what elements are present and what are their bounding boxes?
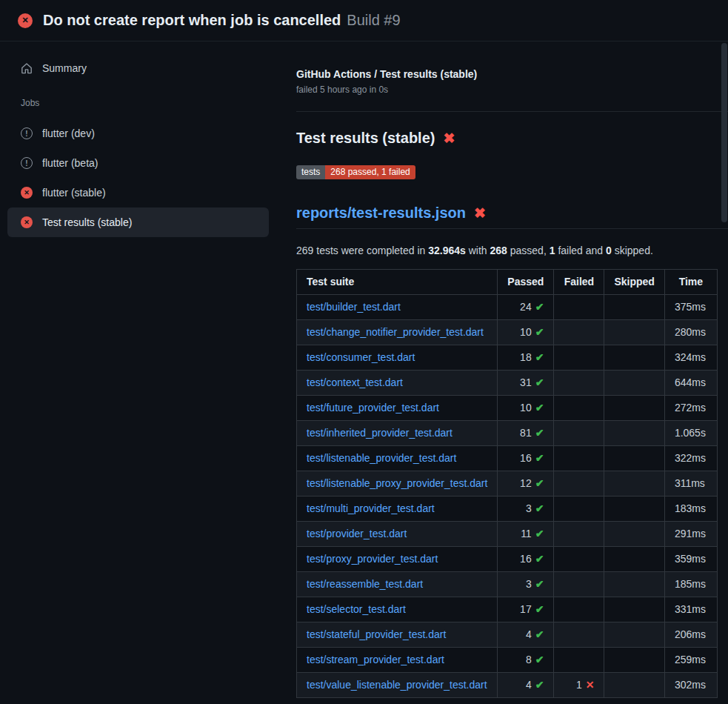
test-suite-link[interactable]: test/listenable_provider_test.dart: [307, 452, 456, 464]
count-value: 31: [520, 376, 532, 388]
count-value: 16: [520, 553, 532, 565]
test-suite-cell: test/multi_provider_test.dart: [297, 497, 498, 522]
jobs-list: ! flutter (dev) ! flutter (beta) ✕ flutt…: [0, 119, 278, 237]
vertical-scrollbar[interactable]: [721, 43, 727, 222]
sidebar: Summary Jobs ! flutter (dev) ! flutter (…: [0, 41, 278, 703]
check-icon: ✔: [535, 553, 544, 565]
skipped-cell: [604, 396, 664, 421]
check-icon: ✔: [535, 301, 544, 313]
test-suite-link[interactable]: test/reassemble_test.dart: [307, 578, 423, 590]
run-title: Do not create report when job is cancell…: [43, 12, 341, 29]
count-value: 4: [526, 679, 532, 691]
time-cell: 185ms: [664, 572, 717, 597]
failed-cell: [554, 320, 604, 345]
passed-cell: 16✔: [498, 446, 554, 471]
failed-cell: [554, 396, 604, 421]
x-circle-icon: ✕: [21, 216, 33, 228]
summary-text: passed,: [507, 245, 550, 256]
failed-cell: [554, 446, 604, 471]
sidebar-item-flutter-dev[interactable]: ! flutter (dev): [7, 119, 269, 148]
skipped-cell: [604, 622, 664, 648]
test-suite-cell: test/proxy_provider_test.dart: [297, 547, 498, 572]
test-suite-link[interactable]: test/builder_test.dart: [307, 301, 401, 313]
test-suite-link[interactable]: test/listenable_proxy_provider_test.dart: [307, 477, 487, 489]
test-suite-link[interactable]: test/multi_provider_test.dart: [307, 502, 435, 514]
tests-badge: tests 268 passed, 1 failed: [296, 165, 415, 179]
time-cell: 331ms: [664, 597, 717, 622]
count-value: 24: [520, 301, 532, 313]
table-header-row: Test suite Passed Failed Skipped Time: [297, 270, 718, 295]
run-header: GitHub Actions / Test results (stable) f…: [296, 68, 728, 112]
skipped-cell: [604, 421, 664, 446]
summary-line: 269 tests were completed in 32.964s with…: [296, 245, 728, 256]
count-value: 16: [520, 452, 532, 464]
sidebar-item-summary[interactable]: Summary: [7, 55, 269, 82]
count-value: 1: [576, 679, 582, 691]
job-item-label: flutter (stable): [42, 187, 106, 199]
summary-passed-count: 268: [490, 245, 507, 256]
passed-cell: 3✔: [498, 572, 554, 597]
table-row: test/context_test.dart 31✔ 644ms: [297, 371, 718, 396]
test-suite-link[interactable]: test/proxy_provider_test.dart: [307, 553, 438, 565]
test-suite-link[interactable]: test/selector_test.dart: [307, 603, 406, 615]
table-row: test/consumer_test.dart 18✔ 324ms: [297, 345, 718, 371]
test-suite-link[interactable]: test/context_test.dart: [307, 376, 403, 388]
report-link[interactable]: reports/test-results.json: [296, 205, 466, 222]
test-suite-link[interactable]: test/consumer_test.dart: [307, 351, 415, 363]
check-icon: ✔: [535, 502, 544, 514]
table-row: test/value_listenable_provider_test.dart…: [297, 673, 718, 698]
sidebar-item-flutter-beta[interactable]: ! flutter (beta): [7, 148, 269, 178]
test-suite-link[interactable]: test/change_notifier_provider_test.dart: [307, 326, 484, 338]
passed-cell: 17✔: [498, 597, 554, 622]
count-value: 18: [520, 351, 532, 363]
test-suite-link[interactable]: test/future_provider_test.dart: [307, 402, 439, 414]
check-icon: ✔: [535, 427, 544, 439]
x-circle-icon: ✕: [18, 13, 33, 28]
table-row: test/stream_provider_test.dart 8✔ 259ms: [297, 648, 718, 673]
run-meta: failed 5 hours ago in 0s: [296, 84, 728, 95]
count-value: 3: [526, 502, 532, 514]
check-icon: ✔: [535, 477, 544, 489]
test-suite-link[interactable]: test/provider_test.dart: [307, 528, 407, 539]
test-suite-link[interactable]: test/stream_provider_test.dart: [307, 654, 444, 665]
count-value: 10: [520, 326, 532, 338]
skipped-cell: [604, 446, 664, 471]
summary-failed-count: 1: [550, 245, 555, 256]
skipped-cell: [604, 320, 664, 345]
count-value: 17: [520, 603, 532, 615]
skipped-cell: [604, 497, 664, 522]
check-icon: ✔: [535, 402, 544, 414]
count-value: 4: [526, 628, 532, 640]
count-value: 8: [526, 654, 532, 665]
table-row: test/listenable_provider_test.dart 16✔ 3…: [297, 446, 718, 471]
time-cell: 644ms: [664, 371, 717, 396]
failed-cell: [554, 345, 604, 371]
table-row: test/reassemble_test.dart 3✔ 185ms: [297, 572, 718, 597]
failed-cell: [554, 648, 604, 673]
check-icon: ✔: [535, 654, 544, 665]
count-value: 12: [520, 477, 532, 489]
table-row: test/stateful_provider_test.dart 4✔ 206m…: [297, 622, 718, 648]
sidebar-item-test-results-stable[interactable]: ✕ Test results (stable): [7, 207, 269, 237]
failed-x-icon: ✖: [443, 130, 455, 147]
content-area: Summary Jobs ! flutter (dev) ! flutter (…: [0, 41, 728, 703]
test-suite-link[interactable]: test/value_listenable_provider_test.dart: [307, 679, 487, 691]
time-cell: 322ms: [664, 446, 717, 471]
build-number: Build #9: [347, 12, 400, 29]
time-cell: 272ms: [664, 396, 717, 421]
passed-cell: 3✔: [498, 497, 554, 522]
passed-cell: 8✔: [498, 648, 554, 673]
summary-text: failed and: [555, 245, 607, 256]
passed-cell: 10✔: [498, 396, 554, 421]
time-cell: 324ms: [664, 345, 717, 371]
header: ✕ Do not create report when job is cance…: [0, 0, 728, 41]
skipped-cell: [604, 371, 664, 396]
test-suite-link[interactable]: test/stateful_provider_test.dart: [307, 628, 446, 640]
app-root: ✕ Do not create report when job is cance…: [0, 0, 728, 703]
test-suite-link[interactable]: test/inherited_provider_test.dart: [307, 427, 453, 439]
col-header-test-suite: Test suite: [297, 270, 498, 295]
col-header-passed: Passed: [498, 270, 554, 295]
failed-cell: [554, 597, 604, 622]
sidebar-item-flutter-stable[interactable]: ✕ flutter (stable): [7, 178, 269, 207]
time-cell: 291ms: [664, 522, 717, 547]
